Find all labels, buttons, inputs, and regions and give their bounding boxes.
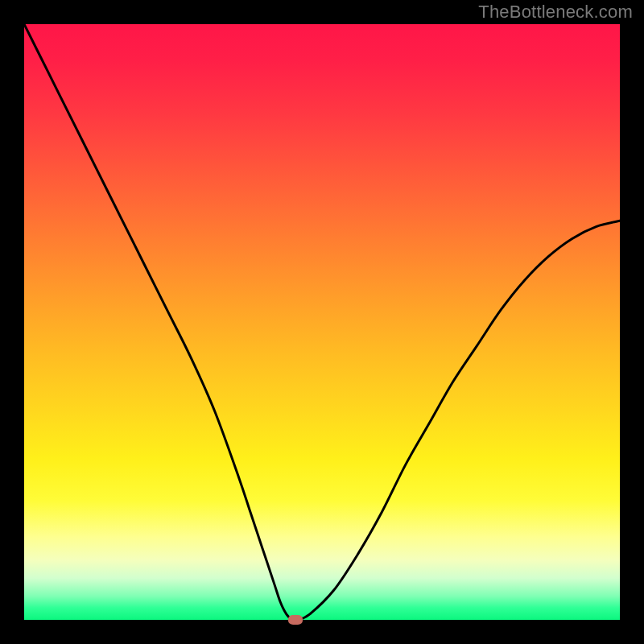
chart-plot-area — [24, 24, 620, 620]
minimum-marker — [288, 615, 303, 625]
bottleneck-curve — [24, 24, 620, 620]
watermark-text: TheBottleneck.com — [478, 2, 633, 23]
